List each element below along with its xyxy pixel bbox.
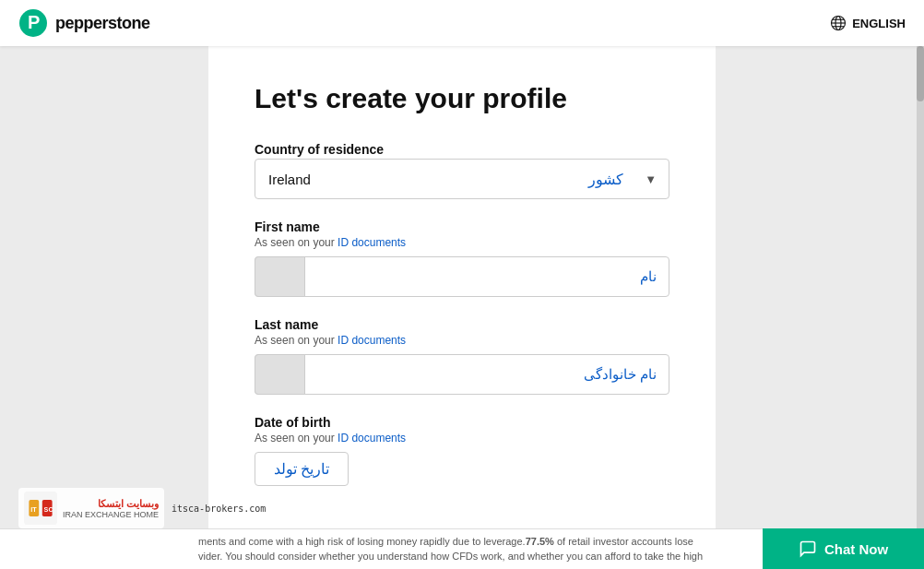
svg-text:SC: SC: [44, 505, 53, 514]
first-name-label: First name: [255, 219, 669, 234]
chat-now-label: Chat Now: [824, 541, 888, 557]
country-group: Country of residence Ireland ▼ کشور: [255, 142, 669, 199]
globe-icon: [830, 15, 847, 31]
first-name-sublabel-link[interactable]: ID documents: [338, 236, 406, 249]
last-name-sublabel: As seen on your ID documents: [255, 334, 669, 347]
first-name-input-wrapper: نام: [255, 256, 669, 297]
pepperstone-logo-icon: P: [18, 8, 48, 38]
logo-area: P pepperstone: [18, 8, 150, 38]
first-name-group: First name As seen on your ID documents …: [255, 219, 669, 297]
last-name-input-gray-block: [255, 354, 305, 395]
first-name-sublabel: As seen on your ID documents: [255, 236, 669, 249]
itsca-watermark: IT SC وبسایت ایتسکا IRAN EXCHANGE HOME i…: [18, 488, 266, 528]
scrollbar-thumb: [917, 46, 924, 101]
disclaimer-part2: of retail investor accounts lose: [554, 536, 693, 547]
first-name-input-gray-block: [255, 256, 305, 297]
dob-sublabel: As seen on your ID documents: [255, 432, 669, 445]
header: P pepperstone ENGLISH: [0, 0, 924, 46]
itsca-logo-box: IT SC وبسایت ایتسکا IRAN EXCHANGE HOME: [18, 488, 164, 528]
dob-group: Date of birth As seen on your ID documen…: [255, 415, 669, 486]
dob-sublabel-link[interactable]: ID documents: [338, 432, 406, 445]
last-name-input-wrapper: نام خانوادگی: [255, 354, 669, 395]
itsca-title: وبسایت ایتسکا: [63, 498, 159, 510]
language-label: ENGLISH: [852, 17, 906, 30]
dob-label: Date of birth: [255, 415, 669, 430]
country-select-wrapper[interactable]: Ireland ▼ کشور: [255, 159, 669, 199]
form-card: Let's create your profile Country of res…: [208, 46, 716, 569]
last-name-label: Last name: [255, 317, 669, 332]
itsca-url: itsca-brokers.com: [172, 504, 266, 514]
disclaimer-stat: 77.5%: [526, 536, 554, 547]
disclaimer-part1: ments and come with a high risk of losin…: [198, 536, 526, 547]
disclaimer-part3: vider. You should consider whether you u…: [198, 551, 703, 562]
last-name-sublabel-link[interactable]: ID documents: [338, 334, 406, 347]
logo-text: pepperstone: [55, 14, 150, 33]
last-name-group: Last name As seen on your ID documents ن…: [255, 317, 669, 395]
chat-now-button[interactable]: Chat Now: [763, 528, 924, 569]
form-title: Let's create your profile: [255, 83, 669, 114]
first-name-input[interactable]: [255, 256, 669, 297]
itsca-subtitle: IRAN EXCHANGE HOME: [63, 510, 159, 519]
scrollbar[interactable]: [917, 46, 924, 569]
itsca-text-block: وبسایت ایتسکا IRAN EXCHANGE HOME: [63, 498, 159, 519]
chat-icon: [799, 539, 817, 558]
country-label: Country of residence: [255, 142, 669, 157]
dob-button[interactable]: تاریخ تولد: [255, 452, 349, 486]
country-select[interactable]: Ireland: [255, 159, 669, 199]
svg-text:P: P: [28, 12, 40, 32]
last-name-input[interactable]: [255, 354, 669, 395]
language-selector[interactable]: ENGLISH: [830, 15, 906, 31]
itsca-logo-icon: IT SC: [24, 492, 57, 525]
svg-text:IT: IT: [30, 505, 37, 514]
